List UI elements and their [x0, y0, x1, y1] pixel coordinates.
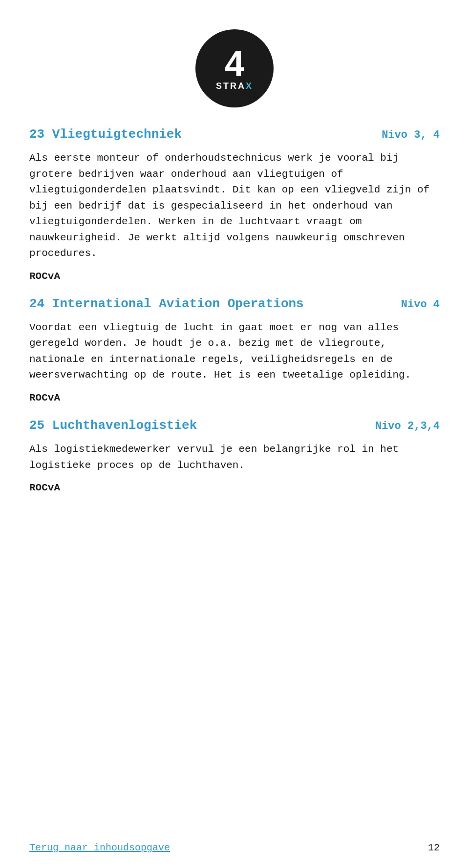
section-25-level: Nivo 2,3,4 — [375, 420, 440, 432]
section-24: 24 International Aviation Operations Niv… — [29, 296, 440, 403]
section-23-title: 23 Vliegtuigtechniek — [29, 127, 182, 142]
section-24-body: Voordat een vliegtuig de lucht in gaat m… — [29, 320, 440, 383]
footer-link[interactable]: Terug naar inhoudsopgave — [29, 842, 170, 853]
section-24-rocva: ROCvA — [29, 392, 440, 403]
page-wrapper: 4 STRAX 23 Vliegtuigtechniek Nivo 3, 4 A… — [0, 0, 469, 868]
section-24-title: 24 International Aviation Operations — [29, 296, 304, 311]
logo-text: STRAX — [216, 81, 253, 91]
main-content: 23 Vliegtuigtechniek Nivo 3, 4 Als eerst… — [29, 127, 440, 547]
section-25-title: 25 Luchthavenlogistiek — [29, 418, 197, 433]
section-24-number: 24 — [29, 296, 52, 311]
section-25-number: 25 — [29, 418, 52, 433]
section-23-name: Vliegtuigtechniek — [52, 127, 182, 142]
footer: Terug naar inhoudsopgave 12 — [0, 835, 469, 853]
section-24-level: Nivo 4 — [401, 298, 440, 311]
footer-page-number: 12 — [428, 842, 440, 853]
logo-stra: STRA — [216, 81, 246, 91]
section-24-name: International Aviation Operations — [52, 296, 304, 311]
logo-number: 4 — [225, 46, 244, 81]
section-25-rocva: ROCvA — [29, 482, 440, 493]
section-25-name: Luchthavenlogistiek — [52, 418, 197, 433]
section-23: 23 Vliegtuigtechniek Nivo 3, 4 Als eerst… — [29, 127, 440, 282]
section-25: 25 Luchthavenlogistiek Nivo 2,3,4 Als lo… — [29, 418, 440, 493]
section-23-rocva: ROCvA — [29, 271, 440, 282]
section-23-number: 23 — [29, 127, 52, 142]
section-25-body: Als logistiekmedewerker vervul je een be… — [29, 442, 440, 473]
section-25-header: 25 Luchthavenlogistiek Nivo 2,3,4 — [29, 418, 440, 433]
logo-circle: 4 STRAX — [195, 29, 274, 107]
section-23-header: 23 Vliegtuigtechniek Nivo 3, 4 — [29, 127, 440, 142]
section-24-header: 24 International Aviation Operations Niv… — [29, 296, 440, 311]
section-23-body: Als eerste monteur of onderhoudstechnicu… — [29, 150, 440, 262]
logo-container: 4 STRAX — [29, 20, 440, 107]
logo-x: X — [246, 81, 253, 91]
section-23-level: Nivo 3, 4 — [382, 129, 440, 141]
